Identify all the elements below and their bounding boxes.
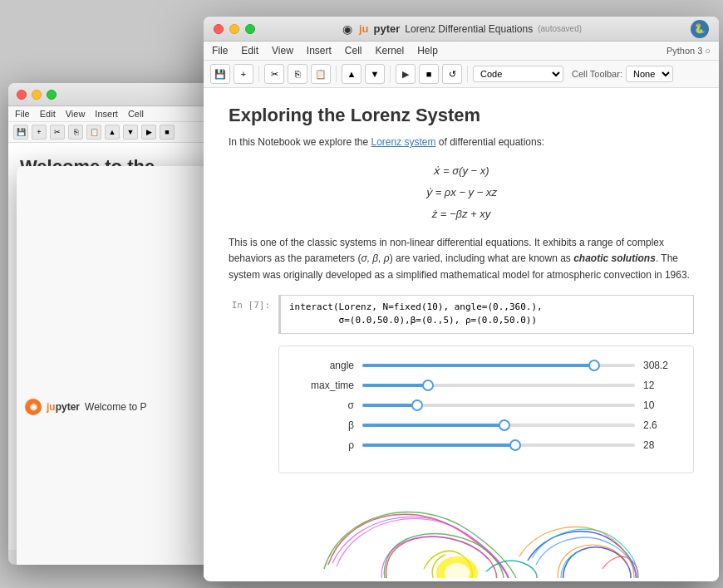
bg-up-btn[interactable]: ▲: [105, 125, 120, 140]
fg-stop-btn[interactable]: ■: [419, 64, 439, 84]
bg-cut-btn[interactable]: ✂: [50, 125, 65, 140]
fg-menu-file[interactable]: File: [212, 45, 228, 56]
slider-row-beta: β 2.6: [296, 419, 676, 431]
slider-value-sigma: 10: [643, 399, 676, 411]
cell-toolbar-select[interactable]: None Tags: [626, 66, 673, 82]
fg-run-btn[interactable]: ▶: [396, 64, 416, 84]
slider-thumb-beta[interactable]: [499, 419, 510, 431]
jupyter-icon: ◉: [341, 22, 354, 36]
fg-menu-help[interactable]: Help: [417, 45, 438, 56]
fg-menu-cell[interactable]: Cell: [345, 45, 362, 56]
slider-track-maxtime[interactable]: [362, 384, 635, 387]
code-cell-7: In [7]: interact(Lorenz, N=fixed(10), an…: [229, 295, 694, 334]
bg-menu-edit[interactable]: Edit: [40, 109, 56, 119]
fg-maximize-button[interactable]: [245, 24, 255, 34]
notebook-main-title: Exploring the Lorenz System: [229, 105, 694, 126]
tb-divider-1: [258, 66, 259, 82]
slider-fill-beta: [362, 424, 504, 427]
lorenz-plot: [278, 482, 694, 578]
bg-notebook-header: ◉ jupyter Welcome to P: [17, 166, 233, 565]
bg-menu-cell[interactable]: Cell: [128, 109, 144, 119]
widget-area: angle 308.2 max_time 12 σ: [278, 345, 694, 473]
slider-thumb-sigma[interactable]: [411, 399, 423, 411]
slider-row-angle: angle 308.2: [296, 360, 676, 371]
slider-track-rho[interactable]: [362, 443, 635, 447]
bg-down-btn[interactable]: ▼: [123, 125, 138, 140]
bg-app-title: jupyter: [47, 401, 80, 413]
python-badge: 🐍: [691, 20, 709, 38]
notebook-content: Exploring the Lorenz System In this Note…: [204, 88, 719, 578]
bg-stop-btn[interactable]: ■: [160, 125, 175, 140]
code-line-interact-2: σ=(0.0,50.0),β=(0.,5), ρ=(0.0,50.0)): [289, 314, 685, 328]
slider-value-maxtime: 12: [643, 380, 676, 391]
cell-type-select[interactable]: Code Markdown Raw NBConvert: [473, 66, 563, 82]
fg-toolbar: 💾 + ✂ ⎘ 📋 ▲ ▼ ▶ ■ ↺ Code Markdown Raw NB…: [204, 61, 719, 88]
fg-notebook-title: Lorenz Differential Equations: [405, 23, 533, 35]
bg-add-btn[interactable]: +: [32, 125, 47, 140]
fg-cut-btn[interactable]: ✂: [264, 64, 284, 84]
lorenz-svg: [278, 482, 711, 578]
fg-menu-view[interactable]: View: [272, 45, 293, 56]
foreground-window: ◉ jupyter Lorenz Differential Equations …: [204, 17, 719, 581]
fg-close-button[interactable]: [214, 24, 224, 34]
close-button[interactable]: [17, 90, 27, 100]
bg-copy-btn[interactable]: ⎘: [68, 125, 83, 140]
eq-3: ż = −βz + xy: [229, 203, 694, 225]
fg-autosaved: (autosaved): [538, 24, 582, 33]
fg-down-btn[interactable]: ▼: [365, 64, 385, 84]
svg-rect-0: [278, 482, 711, 578]
slider-thumb-rho[interactable]: [509, 439, 521, 451]
bg-menu-file[interactable]: File: [15, 109, 30, 119]
bg-paste-btn[interactable]: 📋: [86, 125, 101, 140]
fg-menu-kernel[interactable]: Kernel: [376, 45, 405, 56]
tb-divider-3: [390, 66, 391, 82]
slider-label-beta: β: [296, 419, 354, 431]
in-7-label: In [7]:: [229, 295, 270, 311]
bg-run-btn[interactable]: ▶: [141, 125, 156, 140]
slider-thumb-maxtime[interactable]: [422, 380, 434, 391]
bg-toolbar: 💾 + ✂ ⎘ 📋 ▲ ▼ ▶ ■: [8, 122, 233, 143]
lorenz-system-link[interactable]: Lorenz system: [371, 136, 435, 148]
slider-row-maxtime: max_time 12: [296, 380, 676, 391]
fg-menu-insert[interactable]: Insert: [307, 45, 332, 56]
slider-fill-angle: [362, 364, 594, 367]
eq-2: ẏ = ρx − y − xz: [229, 182, 694, 203]
background-window: ◉ jupyter Welcome to P File Edit View In…: [8, 83, 233, 565]
slider-track-sigma[interactable]: [362, 404, 635, 407]
fg-copy-btn[interactable]: ⎘: [288, 64, 307, 84]
fg-up-btn[interactable]: ▲: [342, 64, 362, 84]
python3-indicator: Python 3 ○: [666, 46, 711, 56]
slider-track-beta[interactable]: [362, 424, 635, 427]
slider-label-angle: angle: [296, 360, 354, 371]
fg-minimize-button[interactable]: [229, 24, 239, 34]
slider-thumb-angle[interactable]: [588, 360, 600, 371]
slider-value-beta: 2.6: [643, 419, 676, 431]
notebook-intro: In this Notebook we explore the Lorenz s…: [229, 135, 694, 150]
equations-block: ẋ = σ(y − x) ẏ = ρx − y − xz ż = −βz + x…: [229, 160, 694, 225]
slider-label-maxtime: max_time: [296, 380, 354, 391]
fg-save-btn[interactable]: 💾: [210, 64, 230, 84]
fg-restart-btn[interactable]: ↺: [442, 64, 462, 84]
fg-add-btn[interactable]: +: [234, 64, 253, 84]
eq-1: ẋ = σ(y − x): [229, 160, 694, 182]
minimize-button[interactable]: [32, 90, 42, 100]
cell-toolbar-label: Cell Toolbar:: [572, 69, 622, 79]
fg-paste-btn[interactable]: 📋: [311, 64, 331, 84]
fg-menu-edit[interactable]: Edit: [241, 45, 258, 56]
notebook-description: This is one of the classic systems in no…: [229, 235, 694, 283]
code-input-7[interactable]: interact(Lorenz, N=fixed(10), angle=(0.,…: [278, 295, 694, 334]
slider-track-angle[interactable]: [362, 364, 635, 367]
tb-divider-2: [336, 66, 337, 82]
bg-menu-bar: File Edit View Insert Cell: [8, 106, 233, 122]
bg-notebook-title: Welcome to P: [85, 401, 146, 413]
bg-save-btn[interactable]: 💾: [13, 125, 28, 140]
tb-divider-4: [467, 66, 468, 82]
slider-row-sigma: σ 10: [296, 399, 676, 411]
bg-menu-insert[interactable]: Insert: [95, 109, 118, 119]
maximize-button[interactable]: [47, 90, 57, 100]
jupyter-logo-icon: ◉: [25, 399, 42, 415]
slider-value-rho: 28: [643, 439, 676, 451]
fg-menu-bar: File Edit View Insert Cell Kernel Help P…: [204, 42, 719, 61]
fg-window-title: ◉ jupyter Lorenz Differential Equations …: [341, 22, 582, 36]
bg-menu-view[interactable]: View: [66, 109, 86, 119]
